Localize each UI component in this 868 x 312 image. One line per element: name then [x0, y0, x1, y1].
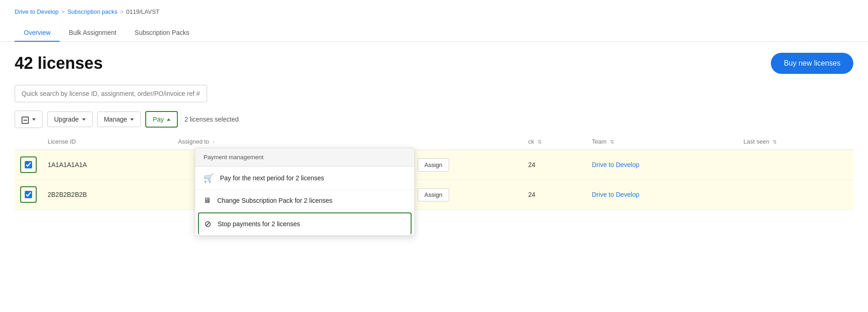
breadcrumb: Drive to Develop > Subscription packs > … — [0, 0, 868, 20]
tab-bulk-assignment[interactable]: Bulk Assignment — [60, 23, 126, 42]
table-row: 2B2B2B2B2B Available Assign 24 Drive to … — [15, 180, 853, 210]
tab-bar: Overview Bulk Assignment Subscription Pa… — [0, 23, 868, 42]
dropdown-item-stop[interactable]: ⊘ Stop payments for 2 licenses — [198, 212, 412, 234]
dropdown-item-change-pack[interactable]: 🖥 Change Subscription Pack for 2 license… — [195, 190, 414, 212]
row1-assign-cell: Assign — [412, 150, 522, 180]
col-license-id: License ID — [42, 134, 172, 150]
row1-last-seen — [738, 150, 853, 180]
breadcrumb-root[interactable]: Drive to Develop — [15, 8, 59, 15]
row1-checkbox-wrapper[interactable] — [20, 156, 37, 173]
col-team: Team ⇅ — [587, 134, 738, 150]
col-assign — [412, 134, 522, 150]
tab-subscription-packs[interactable]: Subscription Packs — [126, 23, 198, 42]
dropdown-item-stop-label: Stop payments for 2 licenses — [218, 220, 300, 228]
row2-last-seen — [738, 180, 853, 210]
row2-assign-button[interactable]: Assign — [418, 188, 449, 201]
breadcrumb-current: 0119/LAVST — [126, 8, 159, 15]
row2-team-link[interactable]: Drive to Develop — [592, 191, 640, 198]
row1-checkbox-cell — [15, 150, 42, 180]
dropdown-item-change-label: Change Subscription Pack for 2 licenses — [217, 197, 332, 204]
dropdown-item-pay[interactable]: 🛒 Pay for the next period for 2 licenses — [195, 167, 414, 190]
assigned-sort-icon[interactable]: ↑ — [213, 139, 215, 145]
cart-icon: 🛒 — [203, 173, 214, 183]
upgrade-chevron-icon — [82, 118, 86, 121]
row2-assign-cell: Assign — [412, 180, 522, 210]
toolbar: Upgrade Manage Pay 2 licenses selected — [0, 108, 868, 134]
buy-new-licenses-button[interactable]: Buy new licenses — [771, 53, 853, 74]
row1-team: Drive to Develop — [587, 150, 738, 180]
row2-checkbox[interactable] — [25, 191, 32, 198]
manage-label: Manage — [104, 116, 127, 123]
last-seen-sort-icon[interactable]: ⇅ — [773, 139, 777, 145]
col-last-seen: Last seen ⇅ — [738, 134, 853, 150]
row1-checkbox[interactable] — [25, 161, 32, 168]
row1-pack: 24 — [522, 150, 586, 180]
table-row: 1A1A1A1A1A Available Assign 24 Drive to … — [15, 150, 853, 180]
row2-team: Drive to Develop — [587, 180, 738, 210]
select-all-button[interactable] — [15, 111, 43, 128]
row1-assign-button[interactable]: Assign — [418, 158, 449, 172]
manage-button[interactable]: Manage — [97, 111, 141, 127]
minus-icon — [22, 115, 29, 124]
tab-overview[interactable]: Overview — [15, 23, 60, 42]
row2-license-id: 2B2B2B2B2B — [42, 180, 172, 210]
dropdown-header: Payment management — [195, 148, 414, 167]
table-header: License ID Assigned to ↑ ck ⇅ Team ⇅ — [15, 134, 853, 150]
select-chevron-icon — [32, 118, 36, 121]
page-title: 42 licenses — [15, 54, 103, 73]
dropdown-item-pay-label: Pay for the next period for 2 licenses — [220, 174, 324, 182]
pack-sort-icon[interactable]: ⇅ — [538, 139, 542, 145]
selected-count: 2 licenses selected — [182, 116, 238, 123]
search-input[interactable] — [15, 85, 207, 102]
upgrade-label: Upgrade — [54, 116, 79, 123]
table-body: 1A1A1A1A1A Available Assign 24 Drive to … — [15, 150, 853, 210]
pay-label: Pay — [153, 116, 164, 123]
team-sort-icon[interactable]: ⇅ — [610, 139, 614, 145]
row1-team-link[interactable]: Drive to Develop — [592, 161, 640, 168]
manage-chevron-icon — [130, 118, 134, 121]
row2-pack: 24 — [522, 180, 586, 210]
header-row: 42 licenses Buy new licenses — [0, 42, 868, 81]
breadcrumb-sep2: > — [120, 9, 123, 15]
pay-button[interactable]: Pay — [145, 111, 178, 128]
breadcrumb-sep1: > — [61, 9, 65, 15]
pay-chevron-icon — [167, 118, 170, 121]
table-container: License ID Assigned to ↑ ck ⇅ Team ⇅ — [0, 134, 868, 210]
upgrade-button[interactable]: Upgrade — [47, 111, 93, 127]
row2-checkbox-cell — [15, 180, 42, 210]
licenses-table: License ID Assigned to ↑ ck ⇅ Team ⇅ — [15, 134, 853, 210]
row2-checkbox-wrapper[interactable] — [20, 186, 37, 203]
row1-license-id: 1A1A1A1A1A — [42, 150, 172, 180]
card-icon: 🖥 — [203, 196, 211, 205]
stop-icon: ⊘ — [204, 219, 211, 229]
search-row — [0, 81, 868, 108]
col-checkbox — [15, 134, 42, 150]
breadcrumb-middle[interactable]: Subscription packs — [67, 8, 117, 15]
col-pack: ck ⇅ — [522, 134, 586, 150]
payment-dropdown: Payment management 🛒 Pay for the next pe… — [195, 148, 415, 236]
page: Drive to Develop > Subscription packs > … — [0, 0, 868, 312]
